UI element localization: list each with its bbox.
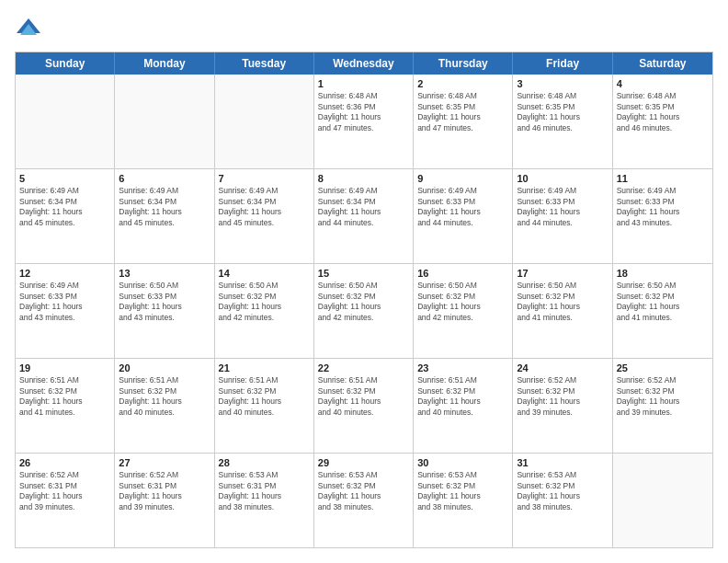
day-number: 15 (318, 267, 409, 280)
cal-cell: 3Sunrise: 6:48 AM Sunset: 6:35 PM Daylig… (513, 75, 612, 168)
cal-cell: 17Sunrise: 6:50 AM Sunset: 6:32 PM Dayli… (513, 264, 612, 358)
cal-row-1: 5Sunrise: 6:49 AM Sunset: 6:34 PM Daylig… (16, 169, 712, 264)
day-number: 14 (219, 267, 310, 280)
cal-header-friday: Friday (513, 52, 612, 75)
day-number: 29 (318, 456, 409, 469)
cal-cell: 31Sunrise: 6:53 AM Sunset: 6:32 PM Dayli… (513, 454, 612, 547)
day-info: Sunrise: 6:52 AM Sunset: 6:32 PM Dayligh… (617, 375, 709, 418)
cal-cell: 5Sunrise: 6:49 AM Sunset: 6:34 PM Daylig… (16, 169, 115, 263)
day-info: Sunrise: 6:52 AM Sunset: 6:31 PM Dayligh… (119, 470, 210, 512)
cal-cell: 9Sunrise: 6:49 AM Sunset: 6:33 PM Daylig… (414, 169, 513, 263)
cal-row-3: 19Sunrise: 6:51 AM Sunset: 6:32 PM Dayli… (16, 359, 712, 454)
day-number: 30 (417, 456, 508, 469)
cal-cell: 14Sunrise: 6:50 AM Sunset: 6:32 PM Dayli… (215, 264, 314, 358)
day-number: 16 (417, 267, 508, 280)
cal-cell (215, 75, 314, 168)
day-number: 11 (617, 172, 709, 185)
cal-header-tuesday: Tuesday (215, 52, 314, 75)
cal-cell (16, 75, 115, 168)
cal-cell: 1Sunrise: 6:48 AM Sunset: 6:36 PM Daylig… (314, 75, 414, 168)
day-number: 7 (219, 172, 310, 185)
cal-cell: 29Sunrise: 6:53 AM Sunset: 6:32 PM Dayli… (314, 454, 414, 547)
day-number: 2 (417, 77, 508, 90)
day-number: 9 (417, 172, 508, 185)
cal-header-sunday: Sunday (16, 52, 115, 75)
day-number: 3 (517, 77, 608, 90)
cal-header-wednesday: Wednesday (314, 52, 414, 75)
cal-header-thursday: Thursday (414, 52, 513, 75)
calendar-header: SundayMondayTuesdayWednesdayThursdayFrid… (16, 52, 712, 75)
cal-cell: 18Sunrise: 6:50 AM Sunset: 6:32 PM Dayli… (613, 264, 712, 358)
cal-cell: 21Sunrise: 6:51 AM Sunset: 6:32 PM Dayli… (215, 359, 314, 453)
cal-cell: 13Sunrise: 6:50 AM Sunset: 6:33 PM Dayli… (115, 264, 214, 358)
day-number: 23 (417, 362, 508, 374)
logo (15, 15, 46, 42)
day-number: 4 (617, 77, 709, 90)
day-info: Sunrise: 6:53 AM Sunset: 6:32 PM Dayligh… (318, 470, 409, 512)
day-info: Sunrise: 6:50 AM Sunset: 6:32 PM Dayligh… (617, 281, 709, 323)
page: SundayMondayTuesdayWednesdayThursdayFrid… (0, 0, 728, 563)
cal-cell: 26Sunrise: 6:52 AM Sunset: 6:31 PM Dayli… (16, 454, 115, 547)
day-number: 12 (19, 267, 110, 280)
day-number: 1 (318, 77, 409, 90)
cal-cell: 27Sunrise: 6:52 AM Sunset: 6:31 PM Dayli… (115, 454, 214, 547)
cal-cell: 6Sunrise: 6:49 AM Sunset: 6:34 PM Daylig… (115, 169, 214, 263)
cal-cell: 4Sunrise: 6:48 AM Sunset: 6:35 PM Daylig… (613, 75, 712, 168)
day-info: Sunrise: 6:52 AM Sunset: 6:32 PM Dayligh… (517, 375, 608, 418)
cal-row-4: 26Sunrise: 6:52 AM Sunset: 6:31 PM Dayli… (16, 454, 712, 547)
day-number: 8 (318, 172, 409, 185)
cal-cell: 16Sunrise: 6:50 AM Sunset: 6:32 PM Dayli… (414, 264, 513, 358)
day-info: Sunrise: 6:51 AM Sunset: 6:32 PM Dayligh… (318, 375, 409, 418)
day-number: 6 (119, 172, 210, 185)
day-number: 17 (517, 267, 608, 280)
day-number: 10 (517, 172, 608, 185)
day-info: Sunrise: 6:49 AM Sunset: 6:33 PM Dayligh… (19, 281, 110, 323)
cal-cell: 11Sunrise: 6:49 AM Sunset: 6:33 PM Dayli… (613, 169, 712, 263)
cal-header-monday: Monday (115, 52, 214, 75)
day-info: Sunrise: 6:50 AM Sunset: 6:32 PM Dayligh… (318, 281, 409, 323)
cal-cell (613, 454, 712, 547)
day-number: 27 (119, 456, 210, 469)
cal-cell: 30Sunrise: 6:53 AM Sunset: 6:32 PM Dayli… (414, 454, 513, 547)
day-info: Sunrise: 6:50 AM Sunset: 6:32 PM Dayligh… (417, 281, 508, 323)
cal-cell: 25Sunrise: 6:52 AM Sunset: 6:32 PM Dayli… (613, 359, 712, 453)
day-info: Sunrise: 6:51 AM Sunset: 6:32 PM Dayligh… (19, 375, 110, 418)
day-number: 18 (617, 267, 709, 280)
day-info: Sunrise: 6:48 AM Sunset: 6:36 PM Dayligh… (318, 91, 409, 133)
calendar-body: 1Sunrise: 6:48 AM Sunset: 6:36 PM Daylig… (16, 75, 712, 547)
day-info: Sunrise: 6:49 AM Sunset: 6:34 PM Dayligh… (19, 186, 110, 228)
day-info: Sunrise: 6:51 AM Sunset: 6:32 PM Dayligh… (119, 375, 210, 418)
day-number: 31 (517, 456, 608, 469)
day-info: Sunrise: 6:53 AM Sunset: 6:32 PM Dayligh… (417, 470, 508, 512)
header (15, 15, 713, 42)
cal-cell: 15Sunrise: 6:50 AM Sunset: 6:32 PM Dayli… (314, 264, 414, 358)
cal-cell: 22Sunrise: 6:51 AM Sunset: 6:32 PM Dayli… (314, 359, 414, 453)
day-info: Sunrise: 6:49 AM Sunset: 6:34 PM Dayligh… (318, 186, 409, 228)
day-info: Sunrise: 6:50 AM Sunset: 6:32 PM Dayligh… (517, 281, 608, 323)
day-info: Sunrise: 6:50 AM Sunset: 6:32 PM Dayligh… (219, 281, 310, 323)
cal-row-2: 12Sunrise: 6:49 AM Sunset: 6:33 PM Dayli… (16, 264, 712, 359)
day-info: Sunrise: 6:52 AM Sunset: 6:31 PM Dayligh… (19, 470, 110, 512)
day-info: Sunrise: 6:51 AM Sunset: 6:32 PM Dayligh… (417, 375, 508, 418)
day-info: Sunrise: 6:51 AM Sunset: 6:32 PM Dayligh… (219, 375, 310, 418)
day-info: Sunrise: 6:53 AM Sunset: 6:32 PM Dayligh… (517, 470, 608, 512)
day-info: Sunrise: 6:48 AM Sunset: 6:35 PM Dayligh… (417, 91, 508, 133)
day-number: 19 (19, 362, 110, 374)
day-info: Sunrise: 6:49 AM Sunset: 6:34 PM Dayligh… (119, 186, 210, 228)
day-info: Sunrise: 6:48 AM Sunset: 6:35 PM Dayligh… (617, 91, 709, 133)
cal-cell: 10Sunrise: 6:49 AM Sunset: 6:33 PM Dayli… (513, 169, 612, 263)
cal-row-0: 1Sunrise: 6:48 AM Sunset: 6:36 PM Daylig… (16, 75, 712, 169)
cal-cell: 2Sunrise: 6:48 AM Sunset: 6:35 PM Daylig… (414, 75, 513, 168)
day-number: 24 (517, 362, 608, 374)
cal-cell: 12Sunrise: 6:49 AM Sunset: 6:33 PM Dayli… (16, 264, 115, 358)
day-number: 25 (617, 362, 709, 374)
calendar: SundayMondayTuesdayWednesdayThursdayFrid… (15, 52, 713, 548)
day-info: Sunrise: 6:49 AM Sunset: 6:33 PM Dayligh… (517, 186, 608, 228)
day-number: 28 (219, 456, 310, 469)
cal-cell: 19Sunrise: 6:51 AM Sunset: 6:32 PM Dayli… (16, 359, 115, 453)
cal-header-saturday: Saturday (613, 52, 712, 75)
day-number: 20 (119, 362, 210, 374)
day-number: 26 (19, 456, 110, 469)
day-info: Sunrise: 6:50 AM Sunset: 6:33 PM Dayligh… (119, 281, 210, 323)
cal-cell: 7Sunrise: 6:49 AM Sunset: 6:34 PM Daylig… (215, 169, 314, 263)
